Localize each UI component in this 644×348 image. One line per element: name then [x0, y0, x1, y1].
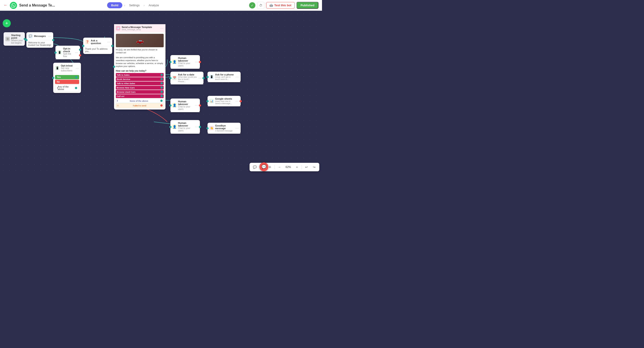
- optincheck-menu[interactable]: ···: [75, 51, 78, 54]
- messages-menu[interactable]: ···: [48, 34, 52, 38]
- askphone-connector-in: [206, 76, 209, 78]
- human3-title: Human takeover: [178, 122, 194, 127]
- zoom-out-button[interactable]: −: [276, 164, 283, 170]
- tab-settings[interactable]: Settings: [127, 2, 142, 8]
- node-goodbye[interactable]: 👋 Goodbye message A farewell message ···: [208, 123, 240, 134]
- askq-body: Thank you! To address you...: [83, 46, 112, 54]
- human3-connector-out: [199, 126, 201, 128]
- btn-talk-aftersales[interactable]: Talk to After-Sales: [116, 82, 164, 85]
- start-title: Starting point: [11, 34, 23, 39]
- btn-talk-sales[interactable]: Talk to Sales: [116, 73, 164, 77]
- btn-browse-new[interactable]: Browse New Cars: [116, 86, 164, 90]
- btn-none[interactable]: ℹ None of the above: [116, 99, 164, 103]
- node-human-takeover-1[interactable]: 👤 Human takeover Chat to your users ···: [170, 55, 200, 69]
- nav-arrow-2: ›: [144, 4, 144, 7]
- check-icon: ✓: [249, 2, 255, 9]
- optinout-subtitle: Get new subscribers: [61, 67, 74, 72]
- zoom-in-button[interactable]: +: [294, 164, 300, 170]
- btn-book-service[interactable]: Book Service: [116, 77, 164, 81]
- messages-icon: 💬: [28, 34, 33, 38]
- history-button[interactable]: ⏱: [257, 2, 264, 9]
- human1-menu[interactable]: ···: [195, 60, 198, 64]
- tab-build[interactable]: Build: [107, 2, 122, 8]
- book-service-connector: [160, 78, 163, 80]
- messages-body: Welcome to your trusted Car Dealership!: [26, 40, 53, 48]
- node-human-takeover-2[interactable]: 👤 Human takeover Chat to your users ···: [170, 99, 200, 112]
- optinout-title: Opt-in/out: [61, 64, 74, 67]
- node-template[interactable]: 📨 Send a Message Template send_message_t…: [114, 24, 166, 109]
- human3-connector-in: [169, 126, 172, 128]
- human3-menu[interactable]: ···: [195, 125, 198, 128]
- optinout-menu[interactable]: ···: [76, 66, 79, 70]
- call-us-connector: [160, 95, 163, 97]
- template-greeting: Hi {{1}}, we are thrilled that you've ch…: [116, 47, 164, 55]
- human2-icon: 👤: [172, 103, 177, 107]
- messages-title: Messages: [34, 35, 47, 37]
- askdate-connector-out: [202, 77, 204, 79]
- goodbye-icon: 👋: [209, 126, 214, 130]
- node-optinout[interactable]: 📱 Opt-in/out Get new subscribers ··· Yes…: [53, 63, 81, 93]
- optinout-yes[interactable]: Yes: [55, 75, 79, 79]
- test-bot-button[interactable]: 🤖 Test this bot: [266, 2, 295, 9]
- nav-tabs: Build › Settings › Analyze: [107, 2, 161, 8]
- human2-menu[interactable]: ···: [195, 103, 198, 107]
- goodbye-title: Goodbye message: [215, 124, 234, 130]
- redo-button[interactable]: ↪: [311, 164, 318, 170]
- template-id: send_message_temp: [122, 29, 159, 31]
- node-messages[interactable]: 💬 Messages ··· Welcome to your trusted C…: [26, 32, 53, 48]
- btn-browse-used[interactable]: Browse Used Cars: [116, 90, 164, 94]
- yes-connector: [75, 76, 77, 78]
- sheets-menu[interactable]: ···: [236, 99, 239, 103]
- sheets-connector-out: [240, 100, 242, 102]
- btn-call-us[interactable]: Call us!: [116, 94, 164, 98]
- add-node-button[interactable]: +: [3, 19, 11, 27]
- optinout-any[interactable]: ℹ Any of the above: [55, 84, 79, 92]
- node-ask-phone[interactable]: 📱 Ask for a phone Great, we'll get in to…: [208, 72, 240, 82]
- any-connector: [75, 87, 77, 89]
- template-icon: 📨: [116, 26, 120, 31]
- nav-arrow-1: ›: [124, 4, 125, 7]
- comment-tool[interactable]: 💬: [251, 164, 258, 170]
- askphone-icon: 📱: [209, 75, 214, 79]
- tab-analyze[interactable]: Analyze: [146, 2, 161, 8]
- back-button[interactable]: ←: [4, 3, 8, 8]
- toolbar-divider-1: [274, 165, 275, 169]
- human1-connector-in: [169, 61, 172, 63]
- messages-connector-in: [25, 39, 28, 41]
- node-ask-date[interactable]: 📅 Ask for a date What date would you lik…: [170, 72, 204, 84]
- btn-failed[interactable]: ⚠ Failed to send: [116, 103, 164, 108]
- template-menu[interactable]: ···: [160, 27, 164, 30]
- askdate-title: Ask for a date: [178, 73, 197, 76]
- template-question: How can we help you today?: [116, 70, 164, 72]
- template-description: We are committed to providing you with a…: [116, 55, 164, 69]
- bot-icon: 🤖: [270, 4, 273, 7]
- node-starting-point[interactable]: ⚙ Starting point Where your bot begins: [4, 32, 25, 46]
- askq-menu[interactable]: ···: [107, 40, 110, 44]
- template-body: 🚗 Hi {{1}}, we are thrilled that you've …: [114, 33, 166, 109]
- template-title: Send a Message Template: [122, 26, 159, 29]
- zoom-level: 62%: [284, 165, 293, 169]
- goodbye-menu[interactable]: ···: [236, 126, 239, 130]
- talk-sales-connector: [160, 74, 163, 76]
- canvas[interactable]: + ⚙ Starting point Where your bot begins…: [0, 11, 322, 174]
- published-button[interactable]: Published: [296, 2, 318, 9]
- whatsapp-icon: [10, 2, 17, 9]
- optinout-no[interactable]: No: [55, 80, 79, 84]
- askdate-body: What date would you like to book? Please…: [178, 76, 197, 83]
- toolbar-divider-2: [302, 165, 302, 169]
- askphone-menu[interactable]: ···: [236, 75, 239, 79]
- human2-connector-out: [199, 104, 201, 107]
- optinout-icon: 📱: [55, 66, 60, 70]
- undo-button[interactable]: ↩: [303, 164, 310, 170]
- node-google-sheets[interactable]: 📊 Google sheets Insert new row in Send a…: [208, 96, 240, 106]
- talk-aftersales-connector: [160, 82, 163, 84]
- node-optin-check[interactable]: 📱 Opt-in check Split the flow ···: [56, 46, 80, 59]
- browse-used-connector: [160, 91, 163, 93]
- chat-fab-button[interactable]: 💬: [260, 162, 268, 171]
- optincheck-icon: 📱: [57, 50, 62, 55]
- node-human-takeover-3[interactable]: 👤 Human takeover Chat to your users ···: [170, 120, 200, 134]
- node-ask-question[interactable]: ❓ Ask a question ··· Thank you! To addre…: [83, 38, 112, 54]
- askdate-menu[interactable]: ···: [198, 76, 202, 80]
- template-connector-in: [113, 66, 115, 68]
- optincheck-title: Opt-in check: [63, 47, 74, 53]
